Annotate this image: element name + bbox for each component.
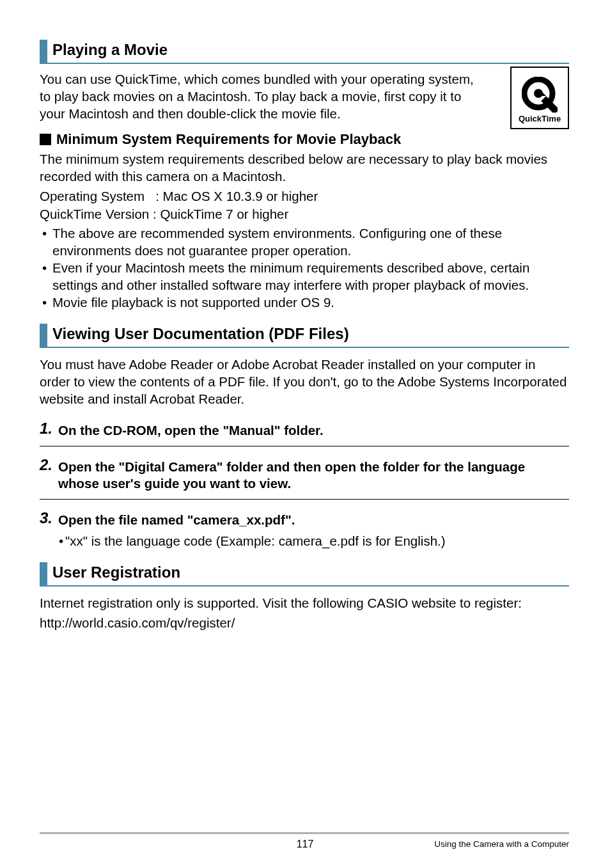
step-2: 2. Open the "Digital Camera" folder and … [40,457,569,493]
requirements-bullets: The above are recommended system environ… [40,225,569,311]
step-number: 2. [40,457,52,473]
step-text: Open the file named "camera_xx.pdf". [58,510,295,529]
sub-heading-min-requirements: Minimum System Requirements for Movie Pl… [40,131,569,148]
section-header-playing-movie: Playing a Movie [40,40,569,64]
bullet-item: The above are recommended system environ… [40,225,569,259]
page-number: 117 [297,839,314,850]
spec-sep: : [153,207,157,221]
registration-url: http://world.casio.com/qv/register/ [40,614,569,631]
section-user-registration: User Registration Internet registration … [40,562,569,631]
footer-row: 117 Using the Camera with a Computer [40,839,569,849]
spec-os-label: Operating System [40,189,145,203]
page-footer: 117 Using the Camera with a Computer [0,832,610,849]
section-accent-bar [40,40,47,63]
step-text: On the CD-ROM, open the "Manual" folder. [58,420,324,439]
step-3-note: "xx" is the language code (Example: came… [40,533,569,550]
page-content: Playing a Movie You can use QuickTime, w… [0,0,610,631]
quicktime-icon [522,77,558,113]
spec-qt-value: QuickTime 7 or higher [160,207,288,221]
step-number: 1. [40,420,52,437]
requirements-intro: The minimum system requirements describe… [40,150,569,185]
step-number: 3. [40,510,52,526]
step-1: 1. On the CD-ROM, open the "Manual" fold… [40,420,569,439]
square-bullet-icon [40,134,51,145]
section-header-user-registration: User Registration [40,562,569,587]
playing-movie-intro: You can use QuickTime, which comes bundl… [40,70,478,122]
bullet-item: Movie file playback is not supported und… [40,294,569,311]
step-divider [40,446,569,446]
section-accent-bar [40,324,47,347]
step-3: 3. Open the file named "camera_xx.pdf". [40,510,569,529]
registration-body: Internet registration only is supported.… [40,594,569,612]
step-text: Open the "Digital Camera" folder and the… [58,457,569,493]
spec-qt-label: QuickTime Version [40,207,149,221]
section-title: User Registration [52,562,180,585]
viewing-docs-intro: You must have Adobe Reader or Adobe Acro… [40,356,569,407]
spec-qt: QuickTime Version : QuickTime 7 or highe… [40,205,569,223]
spec-os: Operating System : Mac OS X 10.3.9 or hi… [40,187,569,205]
footer-chapter: Using the Camera with a Computer [434,839,569,849]
step-divider [40,499,569,500]
footer-divider [40,832,569,834]
section-title: Playing a Movie [52,40,168,63]
sub-heading-text: Minimum System Requirements for Movie Pl… [56,131,401,148]
section-viewing-docs: Viewing User Documentation (PDF Files) Y… [40,324,569,549]
quicktime-logo-box: QuickTime [510,67,569,129]
quicktime-label: QuickTime [519,114,561,123]
bullet-item: Even if your Macintosh meets the minimum… [40,259,569,294]
section-title: Viewing User Documentation (PDF Files) [52,324,349,347]
section-accent-bar [40,562,47,585]
spec-os-value: Mac OS X 10.3.9 or higher [163,189,318,203]
section-header-viewing-docs: Viewing User Documentation (PDF Files) [40,324,569,348]
spec-sep: : [155,189,159,203]
